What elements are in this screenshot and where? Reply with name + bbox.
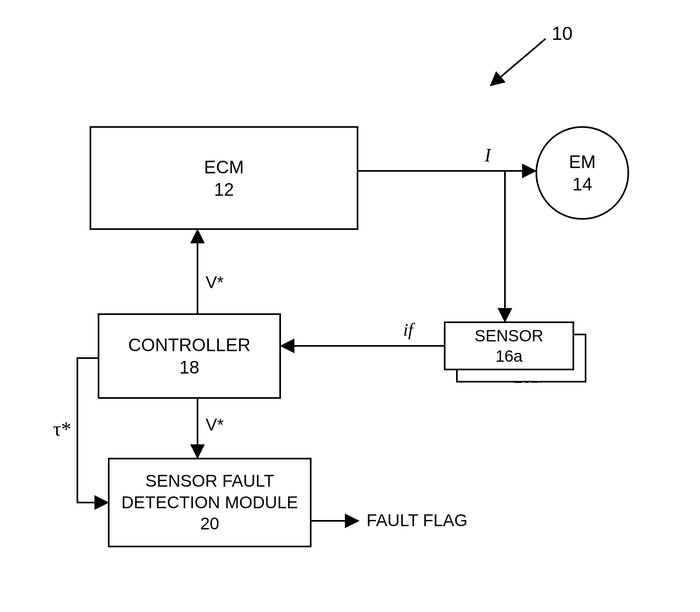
em-number: 14 xyxy=(573,173,592,195)
svg-line-0 xyxy=(491,39,546,85)
figure-ref-number: 10 xyxy=(552,22,573,44)
sfdm-line1: SENSOR FAULT xyxy=(145,470,274,492)
signal-i: I xyxy=(485,144,491,166)
ecm-number: 12 xyxy=(214,178,234,201)
controller-number: 18 xyxy=(180,356,200,378)
sensor-a-block: SENSOR 16a xyxy=(444,321,574,370)
sfdm-line2: DETECTION MODULE xyxy=(121,492,298,514)
ecm-block: ECM 12 xyxy=(90,126,358,230)
sensor-a-number: 16a xyxy=(496,346,523,366)
sensor-a-title: SENSOR xyxy=(475,326,544,346)
diagram-canvas: ECM 12 EM 14 SENSOR 16a 16b CONTROLLER 1… xyxy=(0,0,700,612)
sfdm-number: 20 xyxy=(200,513,219,535)
sfdm-block: SENSOR FAULT DETECTION MODULE 20 xyxy=(108,458,312,547)
wires-svg xyxy=(0,0,700,612)
signal-tau-star: τ* xyxy=(53,417,71,441)
signal-vstar-down: V* xyxy=(206,415,224,435)
signal-fault-flag: FAULT FLAG xyxy=(366,511,467,530)
controller-block: CONTROLLER 18 xyxy=(98,313,281,399)
controller-title: CONTROLLER xyxy=(128,334,251,356)
signal-if: if xyxy=(403,319,413,340)
em-title: EM xyxy=(569,151,596,173)
signal-vstar-up: V* xyxy=(206,273,224,292)
em-block: EM 14 xyxy=(535,126,629,220)
ecm-title: ECM xyxy=(204,156,244,178)
